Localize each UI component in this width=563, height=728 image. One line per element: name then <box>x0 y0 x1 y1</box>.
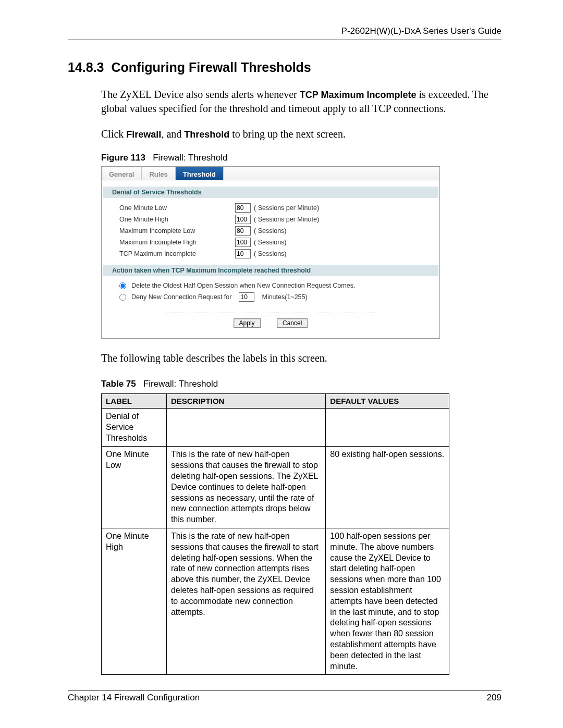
cell-label: One Minute Low <box>102 447 167 528</box>
text: to bring up the next screen. <box>229 128 346 140</box>
field-label: One Minute Low <box>119 204 235 212</box>
table-row: Denial of Service Thresholds <box>102 409 449 447</box>
radio-delete-oldest-input[interactable] <box>119 282 126 289</box>
field-one-minute-high: One Minute High ( Sessions per Minute) <box>103 214 438 225</box>
page-footer: Chapter 14 Firewall Configuration 209 <box>68 690 501 703</box>
apply-button[interactable]: Apply <box>234 318 261 328</box>
footer-page-number: 209 <box>487 693 501 703</box>
table-number: Table 75 <box>101 379 136 389</box>
radio-deny-new-input[interactable] <box>119 294 126 301</box>
figure-number: Figure 113 <box>101 153 145 163</box>
field-label: One Minute High <box>119 216 235 223</box>
paragraph-1: The ZyXEL Device also sends alerts whene… <box>101 88 501 116</box>
cell-label: Denial of Service Thresholds <box>102 409 167 447</box>
paragraph-3: The following table describes the labels… <box>101 351 501 365</box>
field-tcp-max-incomplete: TCP Maximum Incomplete ( Sessions) <box>103 248 438 260</box>
radio-deny-new[interactable]: Deny New Connection Request for Minutes(… <box>103 291 438 303</box>
cell-def <box>326 409 449 447</box>
cell-desc: This is the rate of new half-open sessio… <box>166 447 325 528</box>
cell-label: One Minute High <box>102 528 167 674</box>
th-description: DESCRIPTION <box>166 394 325 409</box>
radio-delete-oldest[interactable]: Delete the Oldest Half Open Session when… <box>103 280 438 291</box>
cell-desc <box>166 409 325 447</box>
th-default: DEFAULT VALUES <box>326 394 449 409</box>
table-title: Firewall: Threshold <box>143 379 218 389</box>
radio-label: Deny New Connection Request for <box>131 293 231 301</box>
deny-minutes-input[interactable] <box>239 292 254 302</box>
max-incomplete-high-input[interactable] <box>235 238 251 247</box>
firewall-threshold-screenshot: General Rules Threshold Denial of Servic… <box>101 166 440 339</box>
table-row: One Minute Low This is the rate of new h… <box>102 447 449 528</box>
field-suffix: ( Sessions) <box>254 250 287 257</box>
dos-section-head: Denial of Service Thresholds <box>103 187 438 198</box>
dos-fields: One Minute Low ( Sessions per Minute) On… <box>103 198 438 260</box>
max-incomplete-low-input[interactable] <box>235 226 251 236</box>
button-row: Apply Cancel <box>166 313 375 328</box>
bold-text: Threshold <box>184 129 229 140</box>
field-suffix: ( Sessions per Minute) <box>254 216 319 223</box>
action-section-head: Action taken when TCP Maximum Incomplete… <box>103 265 438 276</box>
field-max-incomplete-low: Maximum Incomplete Low ( Sessions) <box>103 225 438 237</box>
tab-threshold[interactable]: Threshold <box>176 167 224 180</box>
cell-def: 80 existing half-open sessions. <box>326 447 449 528</box>
tab-rules[interactable]: Rules <box>142 167 175 180</box>
action-options: Delete the Oldest Half Open Session when… <box>103 276 438 303</box>
field-one-minute-low: One Minute Low ( Sessions per Minute) <box>103 202 438 214</box>
field-max-incomplete-high: Maximum Incomplete High ( Sessions) <box>103 237 438 248</box>
section-heading: 14.8.3 Configuring Firewall Thresholds <box>68 60 501 75</box>
field-label: Maximum Incomplete Low <box>119 227 235 235</box>
bold-text: TCP Maximum Incomplete <box>300 90 417 100</box>
text: , and <box>161 128 184 140</box>
field-label: TCP Maximum Incomplete <box>119 250 235 257</box>
paragraph-2: Click Firewall, and Threshold to bring u… <box>101 127 501 141</box>
figure-title: Firewall: Threshold <box>153 153 227 163</box>
radio-suffix: Minutes(1~255) <box>262 293 307 301</box>
footer-chapter: Chapter 14 Firewall Configuration <box>68 693 200 703</box>
cancel-button[interactable]: Cancel <box>277 318 308 328</box>
table-caption: Table 75 Firewall: Threshold <box>101 379 501 389</box>
th-label: LABEL <box>102 394 167 409</box>
tab-bar: General Rules Threshold <box>102 167 439 180</box>
table-row: One Minute High This is the rate of new … <box>102 528 449 674</box>
text: The ZyXEL Device also sends alerts whene… <box>101 89 300 100</box>
tab-general[interactable]: General <box>102 167 142 180</box>
section-number: 14.8.3 <box>68 60 104 75</box>
radio-label: Delete the Oldest Half Open Session when… <box>131 282 355 289</box>
bold-text: Firewall <box>126 129 161 140</box>
section-title: Configuring Firewall Thresholds <box>111 60 311 75</box>
field-label: Maximum Incomplete High <box>119 239 235 246</box>
field-suffix: ( Sessions) <box>254 227 287 235</box>
cell-def: 100 half-open sessions per minute. The a… <box>326 528 449 674</box>
figure-caption: Figure 113 Firewall: Threshold <box>101 153 501 163</box>
tcp-max-incomplete-input[interactable] <box>235 249 251 258</box>
cell-desc: This is the rate of new half-open sessio… <box>166 528 325 674</box>
one-minute-low-input[interactable] <box>235 203 251 213</box>
one-minute-high-input[interactable] <box>235 215 251 224</box>
text: Click <box>101 128 126 140</box>
threshold-description-table: LABEL DESCRIPTION DEFAULT VALUES Denial … <box>101 393 449 675</box>
doc-header: P-2602H(W)(L)-DxA Series User's Guide <box>68 26 501 40</box>
field-suffix: ( Sessions) <box>254 239 287 246</box>
field-suffix: ( Sessions per Minute) <box>254 204 319 212</box>
